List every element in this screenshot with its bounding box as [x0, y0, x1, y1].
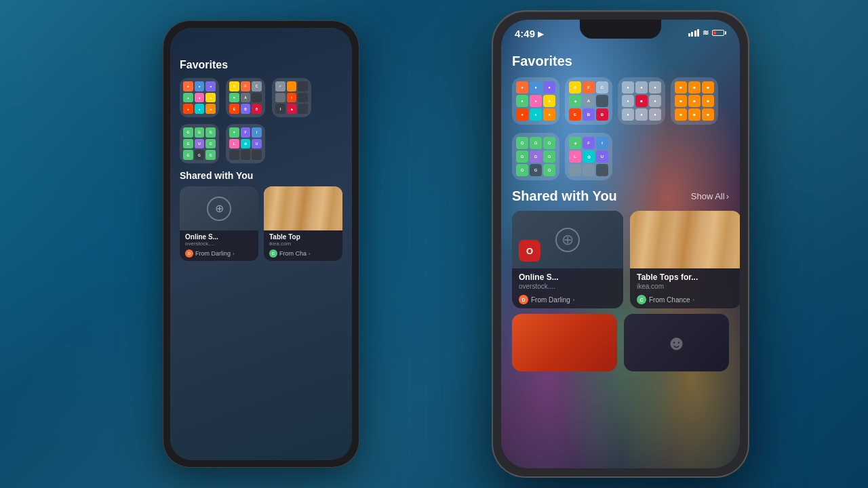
back-mini-app-12: C [252, 81, 262, 92]
front-card-1[interactable]: ⊕ O Online S... overstock.... D From Dar… [512, 211, 623, 308]
back-mini-g-3: G [205, 127, 216, 138]
fmini-f2: F [583, 137, 595, 149]
front-signal-4 [697, 29, 699, 37]
back-card-1-thumb: ⊕ [180, 186, 258, 230]
front-signal-3 [694, 30, 696, 37]
back-mini-g-6: G [205, 139, 216, 149]
back-card-2-avatar: C [269, 249, 277, 258]
fmini-1: ● [516, 81, 528, 94]
fmini-f9 [596, 164, 608, 176]
back-card-1[interactable]: ⊕ Online S... overstock.... D From Darli… [180, 186, 258, 261]
phone-back: 4:48 ▶ WiFi Favorites [163, 20, 359, 468]
back-folder-4[interactable]: G G G G U G G G G [180, 124, 219, 163]
back-mini-app-19: ✓ [275, 81, 285, 92]
back-mini-app-15 [252, 93, 262, 103]
back-card-2-title: Table Top [269, 233, 337, 241]
back-mini-app-17: B [241, 104, 251, 114]
fmini-g9: G [543, 164, 555, 176]
front-folder-3[interactable]: ● ● ● ● ■ ● ● ● ● [618, 77, 665, 125]
back-card-1-info: Online S... overstock.... [180, 230, 258, 248]
front-card-2-from[interactable]: C From Chance › [630, 293, 740, 308]
fmini-30: ■ [702, 81, 714, 94]
fmini-11: F [583, 81, 595, 94]
front-folder-1[interactable]: ● ● ● ● ● ● ● ● ● [512, 77, 559, 125]
front-signal-2 [691, 32, 693, 37]
show-all-chevron: › [726, 191, 729, 201]
front-safari-icon: ⊕ [555, 228, 580, 252]
front-folder-6[interactable]: ✦ F I L ✿ U [565, 133, 612, 180]
fmini-28: ■ [675, 81, 687, 94]
front-card-2-sub: ikea.com [637, 283, 734, 290]
fmini-g3: G [543, 137, 555, 149]
front-app-row-2: G G G G G G G G G ✦ F I [512, 133, 729, 180]
back-folder-3[interactable]: ✓ I I ■ [272, 78, 311, 117]
battery-tip [725, 31, 726, 35]
front-card-1-thumb: ⊕ O [512, 211, 623, 268]
front-folder-5[interactable]: G G G G G G G G G [512, 133, 559, 180]
fmini-20: ● [635, 81, 648, 94]
back-card-1-from-text: From Darling [195, 250, 231, 257]
back-mini-app-11: F [241, 81, 251, 92]
phone-back-screen: 4:48 ▶ WiFi Favorites [170, 28, 352, 460]
phone-front: 4:49 ▶ ≋ [492, 10, 749, 478]
front-folder-4[interactable]: ■ ■ ■ ■ ■ ■ ■ ■ ■ [671, 77, 718, 125]
front-card-2-from-text: From Chance [649, 296, 690, 304]
fmini-f3: I [596, 137, 608, 149]
fmini-27: ● [649, 108, 661, 121]
fmini-13: ✦ [569, 95, 581, 107]
front-app-row-1: ● ● ● ● ● ● ● ● ● A F C [512, 77, 729, 125]
fmini-31: ■ [675, 95, 687, 107]
fmini-g1: G [516, 137, 528, 149]
fmini-22: ● [622, 95, 634, 107]
back-card-2[interactable]: Table Top ikea.com C From Cha › [264, 186, 342, 261]
fmini-24: ● [649, 95, 661, 107]
back-mini-app-23: I [287, 93, 297, 103]
back-favorites-title: Favorites [180, 59, 342, 71]
back-shared-title: Shared with You [180, 170, 253, 181]
front-bottom-card-2[interactable]: ☻ [624, 314, 729, 371]
back-card-2-from[interactable]: C From Cha › [264, 248, 342, 261]
fmini-23: ■ [635, 95, 648, 107]
back-folder-2[interactable]: A F C ✦ A E B B [226, 78, 265, 117]
back-app-row-1: ● ● ● ● ● ● ● ● ● A F C [180, 78, 342, 117]
front-signal-1 [688, 33, 690, 37]
fmini-15 [596, 95, 608, 107]
back-mini-app-7: ● [183, 104, 193, 114]
back-folder-5[interactable]: ✦ F I L ✿ U [226, 124, 265, 163]
back-mini-app-2: ● [195, 81, 205, 92]
fmini-33: ■ [702, 95, 714, 107]
fmini-f6: U [596, 150, 608, 163]
front-content: Favorites ● ● ● ● ● ● ● ● ● [501, 47, 740, 468]
front-card-2-avatar: C [637, 295, 646, 304]
back-folder-1[interactable]: ● ● ● ● ● ● ● ● ● [180, 78, 219, 117]
show-all-button[interactable]: Show All › [691, 191, 729, 201]
front-shared-header: Shared with You Show All › [512, 188, 729, 204]
fmini-6: ● [543, 95, 555, 107]
front-card-1-title: Online S... [519, 272, 616, 282]
fmini-8: ● [530, 108, 542, 121]
back-mini-app-3: ● [205, 81, 216, 92]
fmini-25: ● [622, 108, 634, 121]
front-card-1-from[interactable]: D From Darling › [512, 293, 623, 308]
front-battery [712, 30, 726, 36]
front-folder-2[interactable]: A F C ✦ A E B B [565, 77, 612, 125]
back-mini-g-5: U [195, 139, 205, 149]
back-mini-g-8: G [195, 150, 205, 160]
back-mini-app-13: ✦ [229, 93, 239, 103]
front-card-2-info: Table Tops for... ikea.com [630, 268, 740, 293]
back-mini-app-26: ■ [287, 104, 297, 114]
front-card-2-thumb [630, 211, 740, 268]
front-bottom-card-1[interactable] [512, 314, 617, 371]
front-card-2[interactable]: Table Tops for... ikea.com C From Chance… [630, 211, 740, 308]
back-card-1-from[interactable]: D From Darling › [180, 248, 258, 261]
front-wifi-icon: ≋ [703, 28, 709, 37]
fmini-21: ● [649, 81, 661, 94]
front-shared-cards: ⊕ O Online S... overstock.... D From Dar… [512, 211, 729, 308]
back-mini-f-9 [252, 150, 262, 160]
back-mini-f-8 [241, 150, 251, 160]
front-card-2-chevron: › [693, 297, 695, 303]
fmini-f8 [583, 164, 595, 176]
back-card-1-avatar: D [185, 249, 193, 258]
fmini-g4: G [516, 150, 528, 163]
front-card-1-info: Online S... overstock.... [512, 268, 623, 293]
